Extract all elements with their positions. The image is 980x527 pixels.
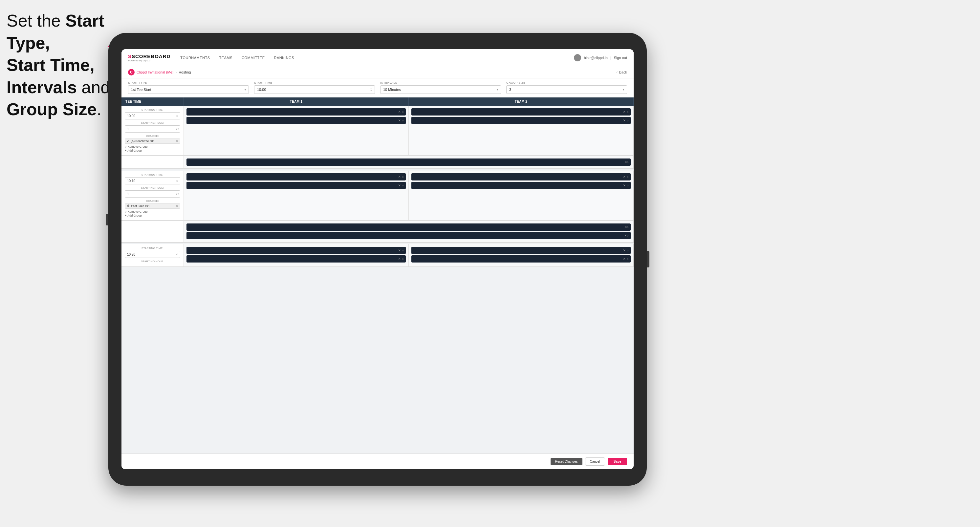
intervals-group: Intervals 10 Minutes xyxy=(380,81,501,94)
player-slot-4-1: ✕ ○ xyxy=(411,173,631,181)
player-add-6-2[interactable]: ○ xyxy=(627,257,629,260)
player-slot-6-2: ✕ ○ xyxy=(411,255,631,262)
player-add-1-2[interactable]: ○ xyxy=(402,119,404,122)
course-team-cell-1: ✕ ○ xyxy=(184,156,634,168)
breadcrumb-current-page: Hosting xyxy=(178,70,191,74)
user-avatar xyxy=(574,54,581,61)
course-building-2: 🏛 xyxy=(127,205,130,208)
remove-group-btn-2[interactable]: ○ Remove Group xyxy=(125,210,180,213)
course-player-o-1[interactable]: ○ xyxy=(627,160,629,164)
player-remove-3-2[interactable]: ✕ xyxy=(398,184,401,187)
player-remove-2-1[interactable]: ✕ xyxy=(623,110,626,114)
start-time-input[interactable] xyxy=(254,85,375,94)
player-remove-4-1[interactable]: ✕ xyxy=(623,175,626,178)
nav-committee[interactable]: COMMITTEE xyxy=(242,54,265,61)
controls-row: Start Type 1st Tee Start Start Time Inte… xyxy=(121,78,634,97)
cancel-button[interactable]: Cancel xyxy=(585,457,605,466)
player-remove-6-2[interactable]: ✕ xyxy=(623,257,626,260)
table-header: Tee Time Team 1 Team 2 xyxy=(121,97,634,106)
course-label-1: COURSE: xyxy=(125,135,180,138)
course-tag-2: 🏛 East Lake GC ✕ xyxy=(125,203,180,209)
group-size-group: Group Size 3 xyxy=(506,81,627,94)
player-add-4-2[interactable]: ○ xyxy=(627,184,629,187)
nav-teams[interactable]: TEAMS xyxy=(219,54,232,61)
player-add-6-1[interactable]: ○ xyxy=(627,249,629,252)
back-button[interactable]: ‹ Back xyxy=(617,70,627,74)
course-player-x-1[interactable]: ✕ xyxy=(624,160,627,164)
course-check-1: ✓ xyxy=(127,140,129,143)
user-email: blair@clippd.io xyxy=(584,56,608,60)
group-3-left-panel: STARTING TIME: STARTING HOLE: xyxy=(121,244,184,267)
player-slot-1-2: ✕ ○ xyxy=(186,117,406,124)
player-remove-6-1[interactable]: ✕ xyxy=(623,249,626,252)
col-tee-time: Tee Time xyxy=(121,97,184,106)
player-remove-1-1[interactable]: ✕ xyxy=(398,110,401,114)
course-row-1: ✕ ○ xyxy=(121,156,634,169)
tablet-screen: SSCOREBOARD Powered by clipp.d TOURNAMEN… xyxy=(121,49,634,469)
player-add-5-1[interactable]: ○ xyxy=(402,249,404,252)
starting-time-input-3[interactable] xyxy=(125,251,180,258)
player-remove-1-2[interactable]: ✕ xyxy=(398,119,401,122)
group-row-2: STARTING TIME: STARTING HOLE: 1 COURSE: … xyxy=(121,171,634,221)
starting-time-input-2[interactable] xyxy=(125,177,180,184)
footer-bar: Reset Changes Cancel Save xyxy=(121,454,634,469)
course-player-o-2-2[interactable]: ○ xyxy=(627,234,629,237)
player-add-1-1[interactable]: ○ xyxy=(402,110,404,114)
nav-links: TOURNAMENTS TEAMS COMMITTEE RANKINGS xyxy=(180,54,574,61)
save-button[interactable]: Save xyxy=(608,458,627,465)
hole-select-wrapper-2: 1 xyxy=(125,190,180,198)
course-label-2: COURSE: xyxy=(125,200,180,202)
player-add-4-1[interactable]: ○ xyxy=(627,175,629,178)
start-type-select[interactable]: 1st Tee Start xyxy=(128,85,249,94)
course-name-2: East Lake GC xyxy=(131,205,150,208)
starting-time-label-2: STARTING TIME: xyxy=(125,173,180,176)
player-add-3-1[interactable]: ○ xyxy=(402,175,404,178)
player-remove-5-2[interactable]: ✕ xyxy=(398,257,401,260)
course-row-2: ✕ ○ ✕ ○ xyxy=(121,221,634,243)
time-input-wrapper-1 xyxy=(125,112,180,119)
course-player-x-2-2[interactable]: ✕ xyxy=(624,234,627,237)
player-add-2-2[interactable]: ○ xyxy=(627,119,629,122)
add-group-btn-1[interactable]: + Add Group xyxy=(125,149,180,152)
player-remove-3-1[interactable]: ✕ xyxy=(398,175,401,178)
remove-group-btn-1[interactable]: ○ Remove Group xyxy=(125,145,180,148)
group-size-wrapper: 3 xyxy=(506,85,627,94)
nav-rankings[interactable]: RANKINGS xyxy=(274,54,294,61)
player-remove-5-1[interactable]: ✕ xyxy=(398,249,401,252)
course-x-btn-1[interactable]: ✕ xyxy=(176,140,178,143)
course-tag-1: ✓ (A) Peachtree GC ✕ xyxy=(125,138,180,144)
team1-cell-3: ✕ ○ ✕ ○ xyxy=(184,244,409,267)
course-player-o-2-1[interactable]: ○ xyxy=(627,225,629,229)
starting-hole-select-2[interactable]: 1 xyxy=(125,190,180,198)
add-group-btn-2[interactable]: + Add Group xyxy=(125,214,180,217)
starting-hole-label-3: STARTING HOLE: xyxy=(125,260,180,263)
group-actions-1: ○ Remove Group + Add Group xyxy=(125,145,180,152)
col-team2: Team 2 xyxy=(409,97,634,106)
intervals-select[interactable]: 10 Minutes xyxy=(380,85,501,94)
starting-hole-select-1[interactable]: 1 xyxy=(125,125,180,133)
course-player-slot-2-1: ✕ ○ xyxy=(186,224,631,231)
starting-time-input-1[interactable] xyxy=(125,112,180,119)
nav-tournaments[interactable]: TOURNAMENTS xyxy=(180,54,210,61)
starting-hole-label-2: STARTING HOLE: xyxy=(125,186,180,189)
intervals-wrapper: 10 Minutes xyxy=(380,85,501,94)
reset-changes-button[interactable]: Reset Changes xyxy=(550,458,582,465)
starting-time-label-3: STARTING TIME: xyxy=(125,247,180,250)
course-name-1: (A) Peachtree GC xyxy=(130,140,154,143)
player-slot-4-2: ✕ ○ xyxy=(411,182,631,189)
breadcrumb-tournament[interactable]: Clippd Invitational (Me) xyxy=(137,70,174,74)
player-add-5-2[interactable]: ○ xyxy=(402,257,404,260)
hole-select-wrapper-1: 1 xyxy=(125,125,180,133)
table-content: STARTING TIME: STARTING HOLE: 1 COURSE: … xyxy=(121,106,634,454)
course-left-1 xyxy=(121,156,184,168)
time-input-wrapper-3 xyxy=(125,251,180,258)
group-size-select[interactable]: 3 xyxy=(506,85,627,94)
player-add-2-1[interactable]: ○ xyxy=(627,110,629,114)
sign-out-link[interactable]: Sign out xyxy=(614,56,627,60)
course-player-x-2-1[interactable]: ✕ xyxy=(624,225,627,229)
player-remove-4-2[interactable]: ✕ xyxy=(623,184,626,187)
course-x-btn-2[interactable]: ✕ xyxy=(176,205,178,208)
team2-cell-2: ✕ ○ ✕ ○ xyxy=(409,171,634,220)
player-add-3-2[interactable]: ○ xyxy=(402,184,404,187)
player-remove-2-2[interactable]: ✕ xyxy=(623,119,626,122)
